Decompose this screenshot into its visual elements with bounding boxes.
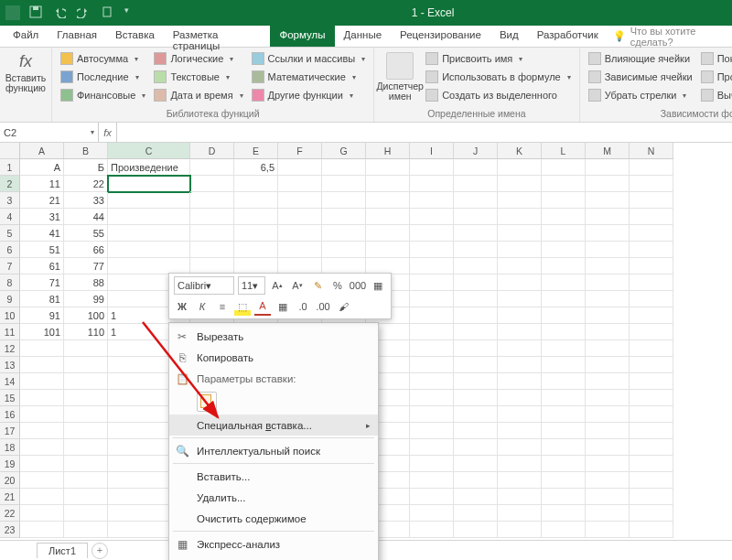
cell-F4[interactable] [278, 209, 322, 225]
cell-M11[interactable] [586, 324, 630, 340]
cell-N9[interactable] [630, 291, 673, 307]
remove-arrows-button[interactable]: Убрать стрелки [586, 86, 695, 104]
cell-B15[interactable] [64, 390, 108, 406]
define-name-button[interactable]: Присвоить имя [423, 49, 574, 68]
row-header-9[interactable]: 9 [0, 291, 20, 307]
cell-N2[interactable] [630, 176, 673, 192]
cell-H5[interactable] [366, 225, 410, 242]
cell-B23[interactable] [64, 522, 108, 538]
cell-L10[interactable] [542, 307, 586, 324]
cell-M10[interactable] [586, 307, 630, 324]
autosum-button[interactable]: Автосумма [58, 49, 148, 68]
row-header-6[interactable]: 6 [0, 242, 20, 258]
col-header-C[interactable]: C [108, 143, 190, 159]
cell-N18[interactable] [630, 439, 673, 456]
col-header-E[interactable]: E [234, 143, 278, 159]
cell-N20[interactable] [630, 472, 673, 489]
cell-G2[interactable] [322, 176, 366, 192]
size-select[interactable]: 11 ▾ [238, 276, 265, 295]
cell-D6[interactable] [190, 242, 234, 258]
cell-F2[interactable] [278, 176, 322, 192]
cell-A8[interactable]: 71 [20, 275, 64, 291]
cell-M23[interactable] [586, 522, 630, 538]
cell-L16[interactable] [542, 406, 586, 423]
cell-A2[interactable]: 11 [20, 176, 64, 192]
col-header-G[interactable]: G [322, 143, 366, 159]
cell-I1[interactable] [410, 159, 454, 176]
cell-J2[interactable] [454, 176, 498, 192]
cell-N17[interactable] [630, 423, 673, 439]
cell-J4[interactable] [454, 209, 498, 225]
cell-H3[interactable] [366, 192, 410, 209]
cell-I3[interactable] [410, 192, 454, 209]
cell-L18[interactable] [542, 439, 586, 456]
cell-A14[interactable] [20, 373, 64, 390]
cell-L2[interactable] [542, 176, 586, 192]
cell-M14[interactable] [586, 373, 630, 390]
cell-B11[interactable]: 110 [64, 324, 108, 340]
cell-B20[interactable] [64, 472, 108, 489]
cell-L22[interactable] [542, 505, 586, 522]
cell-M4[interactable] [586, 209, 630, 225]
cell-I4[interactable] [410, 209, 454, 225]
cell-K17[interactable] [498, 423, 542, 439]
use-in-formula-button[interactable]: Использовать в формуле [423, 68, 574, 86]
cell-J16[interactable] [454, 406, 498, 423]
cell-E3[interactable] [234, 192, 278, 209]
cell-M6[interactable] [586, 242, 630, 258]
col-header-M[interactable]: M [586, 143, 630, 159]
col-header-H[interactable]: H [366, 143, 410, 159]
cell-G1[interactable] [322, 159, 366, 176]
cell-K15[interactable] [498, 390, 542, 406]
row-header-17[interactable]: 17 [0, 423, 20, 439]
ctx-smart-lookup[interactable]: 🔍Интеллектуальный поиск [169, 440, 378, 461]
ctx-filter[interactable]: Фильтр [169, 555, 378, 560]
cell-K2[interactable] [498, 176, 542, 192]
row-header-23[interactable]: 23 [0, 522, 20, 538]
cell-C5[interactable] [108, 225, 190, 242]
cell-J12[interactable] [454, 340, 498, 357]
cell-B17[interactable] [64, 423, 108, 439]
cell-M15[interactable] [586, 390, 630, 406]
col-header-L[interactable]: L [542, 143, 586, 159]
cell-A22[interactable] [20, 505, 64, 522]
cell-K22[interactable] [498, 505, 542, 522]
cell-B8[interactable]: 88 [64, 275, 108, 291]
cell-N23[interactable] [630, 522, 673, 538]
cell-K20[interactable] [498, 472, 542, 489]
cell-B19[interactable] [64, 456, 108, 472]
cell-L19[interactable] [542, 456, 586, 472]
cell-B16[interactable] [64, 406, 108, 423]
cell-K11[interactable] [498, 324, 542, 340]
cell-F1[interactable] [278, 159, 322, 176]
tab-view[interactable]: Вид [490, 26, 528, 47]
cell-N11[interactable] [630, 324, 673, 340]
cell-N16[interactable] [630, 406, 673, 423]
cell-A10[interactable]: 91 [20, 307, 64, 324]
cell-M12[interactable] [586, 340, 630, 357]
cell-K6[interactable] [498, 242, 542, 258]
cell-K19[interactable] [498, 456, 542, 472]
trace-dependents-button[interactable]: Зависимые ячейки [586, 68, 695, 86]
grow-font-icon[interactable]: A▴ [269, 276, 285, 295]
cell-L13[interactable] [542, 357, 586, 373]
cell-I22[interactable] [410, 505, 454, 522]
cell-H6[interactable] [366, 242, 410, 258]
cell-A23[interactable] [20, 522, 64, 538]
cell-E2[interactable] [234, 176, 278, 192]
formula-bar[interactable] [117, 123, 732, 142]
cell-L20[interactable] [542, 472, 586, 489]
cell-I15[interactable] [410, 390, 454, 406]
cell-B9[interactable]: 99 [64, 291, 108, 307]
cell-K14[interactable] [498, 373, 542, 390]
cell-A11[interactable]: 101 [20, 324, 64, 340]
cell-L7[interactable] [542, 258, 586, 275]
border-icon[interactable]: ▦ [274, 297, 291, 316]
cell-F6[interactable] [278, 242, 322, 258]
row-header-4[interactable]: 4 [0, 209, 20, 225]
tab-review[interactable]: Рецензирование [391, 26, 490, 47]
cell-L1[interactable] [542, 159, 586, 176]
more-fn-button[interactable]: Другие функции [249, 86, 369, 104]
cell-N22[interactable] [630, 505, 673, 522]
cell-L17[interactable] [542, 423, 586, 439]
